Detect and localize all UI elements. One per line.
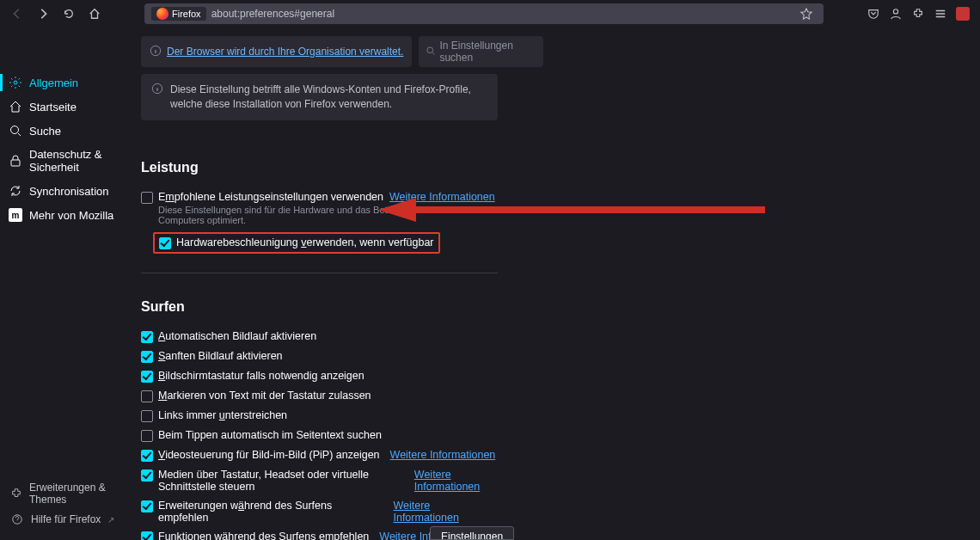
home-icon (9, 100, 22, 114)
reload-icon[interactable] (58, 3, 79, 24)
checkbox[interactable] (141, 371, 153, 383)
checkbox[interactable] (141, 450, 153, 462)
more-info-link[interactable]: Weitere Informationen (393, 500, 498, 524)
save-pocket-icon[interactable] (863, 3, 884, 24)
checkbox[interactable] (141, 351, 153, 363)
browsing-section: Surfen Automatischen Bildlauf aktivieren… (141, 299, 498, 540)
checkbox[interactable] (141, 390, 153, 402)
identity-label: Firefox (172, 9, 201, 19)
sidebar-item-label: Suche (29, 125, 61, 138)
option-label: Erweiterungen während des Surfens empfeh… (158, 500, 383, 524)
browsing-option-row[interactable]: Sanften Bildlauf aktivieren (141, 347, 498, 366)
puzzle-icon (10, 487, 22, 500)
url-text: about:preferences#general (211, 8, 334, 20)
sidebar-bottom-label: Erweiterungen & Themes (29, 482, 127, 506)
svg-point-2 (11, 126, 19, 134)
help-icon (10, 512, 24, 526)
external-link-icon: ↗ (107, 515, 114, 525)
install-scope-info: Diese Einstellung betrifft alle Windows-… (141, 74, 498, 120)
option-label: Sanften Bildlauf aktivieren (158, 350, 283, 362)
divider (141, 273, 498, 273)
browsing-option-row[interactable]: Markieren von Text mit der Tastatur zula… (141, 386, 498, 406)
lock-icon (9, 154, 22, 168)
app-menu-icon[interactable] (930, 3, 951, 24)
sidebar-help[interactable]: Hilfe für Firefox ↗ (0, 509, 138, 530)
sidebar-item-general[interactable]: Allgemein (0, 71, 138, 95)
back-icon[interactable] (7, 3, 28, 24)
recommended-perf-row[interactable]: Empfohlene Leistungseinstellungen verwen… (141, 187, 498, 229)
gear-icon (9, 76, 22, 89)
sidebar-item-sync[interactable]: Synchronisation (0, 179, 138, 203)
option-label: Medien über Tastatur, Headset oder virtu… (158, 469, 404, 493)
forward-icon[interactable] (33, 3, 53, 24)
performance-title: Leistung (141, 160, 498, 175)
preferences-search[interactable]: In Einstellungen suchen (419, 36, 543, 67)
option-label: Links immer unterstreichen (158, 409, 287, 421)
network-settings-button[interactable]: Einstellungen (430, 526, 514, 540)
more-info-link[interactable]: Weitere Informationen (390, 449, 496, 461)
sidebar-item-label: Allgemein (29, 77, 78, 89)
hwaccel-label: Hardwarebeschleunigung verwenden, wenn v… (176, 236, 434, 249)
checkbox[interactable] (141, 469, 153, 482)
recommended-perf-link[interactable]: Weitere Informationen (389, 191, 495, 203)
checkbox[interactable] (141, 500, 153, 512)
mozilla-icon: m (9, 208, 22, 222)
recommended-perf-checkbox[interactable] (141, 192, 153, 204)
sidebar-item-home[interactable]: Startseite (0, 95, 138, 119)
browsing-title: Surfen (141, 299, 498, 315)
browsing-option-row[interactable]: Links immer unterstreichen (141, 406, 498, 426)
info-text: Diese Einstellung betrifft alle Windows-… (170, 83, 487, 112)
checkbox[interactable] (141, 331, 153, 343)
performance-section: Leistung Empfohlene Leistungseinstellung… (141, 160, 498, 273)
sidebar-item-label: Datenschutz & Sicherheit (29, 148, 129, 174)
hwaccel-highlight: Hardwarebeschleunigung verwenden, wenn v… (153, 232, 440, 254)
search-icon (9, 124, 22, 138)
extensions-icon[interactable] (908, 3, 928, 24)
url-bar[interactable]: Firefox about:preferences#general (144, 3, 824, 24)
accent-badge[interactable] (952, 3, 973, 24)
option-label: Beim Tippen automatisch im Seitentext su… (158, 429, 382, 441)
checkbox[interactable] (141, 531, 153, 540)
svg-point-0 (893, 9, 897, 14)
browsing-option-row[interactable]: Automatischen Bildlauf aktivieren (141, 327, 498, 347)
svg-point-1 (14, 81, 17, 84)
firefox-logo-icon (156, 8, 168, 20)
home-icon[interactable] (84, 3, 105, 24)
sidebar-item-privacy[interactable]: Datenschutz & Sicherheit (0, 143, 138, 179)
browsing-option-row[interactable]: Erweiterungen während des Surfens empfeh… (141, 496, 498, 527)
browsing-option-row[interactable]: Videosteuerung für Bild-im-Bild (PiP) an… (141, 445, 498, 465)
bookmark-star-icon[interactable] (796, 3, 817, 24)
option-label: Markieren von Text mit der Tastatur zula… (158, 390, 371, 402)
preferences-content: Der Browser wird durch Ihre Organisation… (138, 28, 980, 540)
checkbox[interactable] (141, 410, 153, 422)
browsing-option-row[interactable]: Beim Tippen automatisch im Seitentext su… (141, 426, 498, 445)
identity-box[interactable]: Firefox (151, 7, 206, 21)
checkbox[interactable] (141, 430, 153, 442)
option-label: Automatischen Bildlauf aktivieren (158, 330, 316, 342)
svg-rect-3 (11, 160, 20, 166)
sidebar-item-label: Synchronisation (29, 185, 109, 198)
svg-point-6 (427, 46, 433, 52)
info-icon (151, 83, 163, 112)
org-managed-banner: Der Browser wird durch Ihre Organisation… (141, 36, 412, 67)
option-label: Funktionen während des Surfens empfehlen (158, 531, 369, 540)
sidebar-item-search[interactable]: Suche (0, 119, 138, 143)
recommended-perf-label: Empfohlene Leistungseinstellungen verwen… (158, 191, 498, 203)
browsing-option-row[interactable]: Medien über Tastatur, Headset oder virtu… (141, 465, 498, 496)
recommended-perf-desc: Diese Einstellungen sind für die Hardwar… (158, 205, 498, 225)
sidebar-extensions-themes[interactable]: Erweiterungen & Themes (0, 478, 138, 509)
sidebar-item-label: Mehr von Mozilla (29, 209, 113, 222)
sync-icon (9, 184, 22, 198)
option-label: Bildschirmtastatur falls notwendig anzei… (158, 370, 364, 382)
hwaccel-checkbox[interactable] (159, 237, 171, 249)
preferences-sidebar: Allgemein Startseite Suche Datenschutz &… (0, 28, 138, 540)
org-managed-link[interactable]: Der Browser wird durch Ihre Organisation… (167, 46, 403, 58)
account-icon[interactable] (885, 3, 906, 24)
search-icon (426, 46, 436, 58)
more-info-link[interactable]: Weitere Informationen (414, 469, 498, 493)
sidebar-item-more-mozilla[interactable]: m Mehr von Mozilla (0, 203, 138, 227)
browsing-option-row[interactable]: Bildschirmtastatur falls notwendig anzei… (141, 366, 498, 386)
browser-toolbar: Firefox about:preferences#general (0, 0, 980, 28)
hwaccel-row[interactable]: Hardwarebeschleunigung verwenden, wenn v… (153, 229, 498, 257)
info-icon (150, 45, 162, 59)
